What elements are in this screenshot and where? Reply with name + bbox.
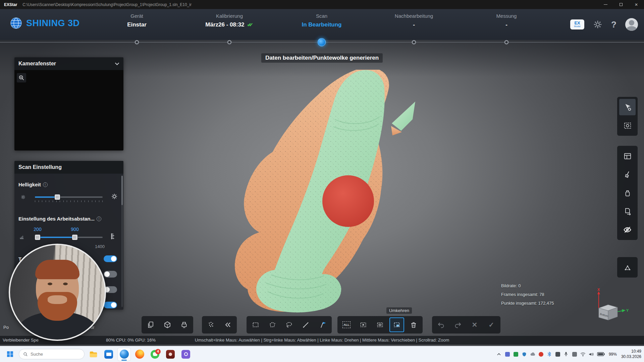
notification-badge: 4: [155, 349, 161, 354]
export-data-tool-button[interactable]: [619, 203, 636, 220]
tray-update-icon[interactable]: [538, 352, 544, 357]
taskbar-clock[interactable]: 10:49 30.03.2026: [621, 349, 641, 359]
select-connected-button[interactable]: [373, 317, 387, 332]
select-lasso-button[interactable]: [282, 317, 297, 332]
taskbar-exstar-icon[interactable]: [117, 348, 131, 361]
battery-icon[interactable]: [597, 352, 605, 357]
taskbar-app-purple-icon[interactable]: [179, 348, 193, 361]
container-tool-button[interactable]: [619, 185, 636, 201]
start-button[interactable]: [3, 348, 17, 361]
camera-window-panel: Kamerafenster: [14, 57, 123, 150]
step-messung[interactable]: Messung -: [463, 13, 550, 28]
redo-button[interactable]: [450, 317, 465, 332]
tray-expand-chevron[interactable]: [496, 352, 502, 357]
step-value: März26 - 08:32✔✔: [186, 21, 273, 28]
progress-dot-scan[interactable]: [318, 38, 326, 47]
close-button[interactable]: ✕: [629, 0, 644, 9]
taskbar-file-explorer-icon[interactable]: [87, 348, 100, 361]
camera-panel-header[interactable]: Kamerafenster: [14, 57, 123, 70]
step-scan[interactable]: Scan In Bearbeitung: [278, 13, 365, 28]
info-icon[interactable]: i: [97, 217, 101, 221]
rewind-button[interactable]: [220, 317, 235, 332]
setting-toggle-2[interactable]: [104, 271, 117, 278]
new-project-button[interactable]: [143, 317, 158, 332]
step-label: Gerät: [93, 13, 180, 19]
setting-toggle-1[interactable]: [104, 255, 117, 262]
progress-dot-kalibrierung[interactable]: [227, 40, 232, 45]
range-handle-low[interactable]: [35, 235, 40, 240]
brightness-slider-handle[interactable]: [55, 194, 60, 200]
deselect-all-button[interactable]: [356, 317, 371, 332]
wifi-icon[interactable]: [580, 352, 586, 357]
confirm-icon: ✓: [489, 321, 494, 329]
taskbar-search[interactable]: [19, 349, 85, 359]
tray-pen-icon[interactable]: [572, 352, 577, 357]
taskbar-app-maroon-icon[interactable]: [164, 348, 177, 361]
clean-data-tool-button[interactable]: [619, 166, 636, 183]
edit-scan-tool-button[interactable]: [619, 99, 636, 115]
3d-viewport[interactable]: Daten bearbeiten/Punktewolke generieren: [0, 40, 644, 346]
select-all-button[interactable]: ALL: [339, 317, 354, 332]
application-window: EXStar C:\Users\Scanner\Desktop\Kompress…: [0, 0, 644, 362]
progress-dot-geraet[interactable]: [135, 40, 139, 45]
setting-toggle-4[interactable]: [104, 302, 117, 308]
range-max-label: 1400: [95, 244, 105, 249]
open-project-button[interactable]: [160, 317, 175, 332]
hide-data-tool-button[interactable]: [619, 222, 636, 238]
tray-mic-icon[interactable]: [564, 352, 569, 357]
select-polygon-button[interactable]: [265, 317, 280, 332]
marker-view-tool-button[interactable]: [619, 117, 636, 134]
step-kalibrierung[interactable]: Kalibrierung März26 - 08:32✔✔: [186, 13, 273, 28]
undo-button[interactable]: [434, 317, 448, 332]
exmodel-subtext: Model: [570, 25, 584, 27]
cancel-edit-button[interactable]: ✕: [467, 317, 482, 332]
search-input[interactable]: [31, 352, 77, 357]
info-icon[interactable]: i: [43, 182, 48, 187]
invert-selection-button[interactable]: [389, 317, 404, 332]
progress-dot-nachbearbeitung[interactable]: [412, 40, 416, 45]
user-avatar[interactable]: [625, 18, 638, 31]
delete-selected-button[interactable]: [406, 317, 421, 332]
select-rectangle-button[interactable]: [248, 317, 263, 332]
chevron-down-icon[interactable]: [115, 62, 119, 65]
settings-scrollbar[interactable]: [121, 176, 123, 307]
volume-icon[interactable]: [589, 352, 594, 357]
exmodel-badge[interactable]: EX Model: [570, 19, 584, 29]
camera-zoom-button[interactable]: [17, 73, 26, 82]
working-distance-slider[interactable]: [35, 237, 103, 238]
select-paint-button[interactable]: [315, 317, 330, 332]
tray-onedrive-icon[interactable]: [530, 352, 535, 357]
maximize-button[interactable]: [613, 0, 629, 9]
scan-point-cloud[interactable]: [234, 70, 415, 313]
range-handle-high[interactable]: [72, 235, 77, 240]
minimize-button[interactable]: [598, 0, 613, 9]
save-project-button[interactable]: [177, 317, 192, 332]
panel-layout-tool-button[interactable]: [619, 148, 636, 164]
marker-frame-icon: [623, 121, 632, 130]
brightness-slider[interactable]: [35, 196, 103, 198]
webcam-overlay[interactable]: [9, 244, 106, 341]
brand-name: SHINING 3D: [26, 18, 80, 28]
settings-gear-icon[interactable]: [593, 20, 602, 29]
mesh-points-icon: [623, 263, 632, 272]
sun-bright-icon: [111, 193, 118, 200]
taskbar-chat-icon[interactable]: 4: [148, 348, 162, 361]
step-nachbearbeitung[interactable]: Nachbearbeitung -: [370, 13, 458, 28]
tray-bluetooth-icon[interactable]: [547, 352, 552, 357]
point-cloud-button[interactable]: [204, 317, 218, 332]
taskbar-firefox-icon[interactable]: [133, 348, 146, 361]
orientation-cube[interactable]: X Y Bottom: [589, 288, 629, 328]
help-icon[interactable]: ?: [611, 19, 616, 30]
point-mesh-tool-button[interactable]: [619, 259, 636, 276]
step-geraet[interactable]: Gerät Einstar: [93, 13, 180, 28]
taskbar-mail-icon[interactable]: [102, 348, 115, 361]
tray-usb-icon[interactable]: [555, 352, 560, 357]
stat-bildrate: Bildrate: 0: [501, 283, 554, 288]
tray-teams-icon[interactable]: [505, 352, 510, 357]
tray-green-app-icon[interactable]: [513, 352, 519, 357]
tray-security-shield-icon[interactable]: [522, 352, 527, 357]
progress-dot-messung[interactable]: [504, 40, 509, 45]
select-line-button[interactable]: [299, 317, 313, 332]
confirm-edit-button[interactable]: ✓: [484, 317, 499, 332]
right-rail-middle: [617, 146, 638, 240]
